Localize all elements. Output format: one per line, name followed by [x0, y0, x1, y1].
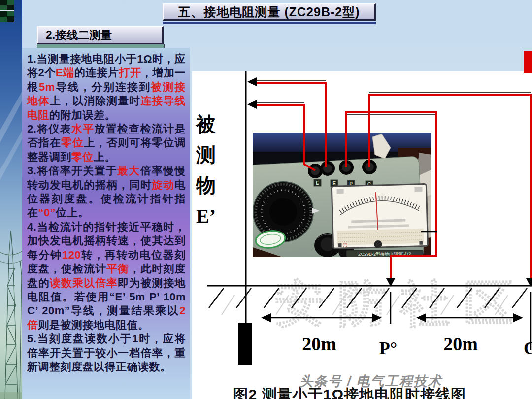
slide-subtitle: 2.接线二测量: [46, 28, 112, 43]
wiring-diagram-area: E E P C: [192, 71, 532, 399]
arrow-to-object-top: [247, 77, 257, 86]
instruction-list: 1.当测量接地电阻小于1Ω时，应将2个E端的连接片打开，增加一根5m导线，分别连…: [27, 52, 186, 374]
object-label-char: 被: [194, 111, 218, 141]
red-edge-decor: [524, 51, 532, 73]
object-label-char: E’: [194, 202, 218, 233]
instruction-paragraph: 2.将仪表水平放置检查检流计是否指在零位上，否则可将零位调整器调到零位上。: [27, 122, 186, 164]
corner-decor-square: [0, 11, 14, 22]
instruction-paragraph: 5.当刻度盘读数小于1时，应将倍率开关置于较小一档倍率，重新调整刻度盘以得正确读…: [27, 332, 186, 374]
slide-subtitle-bar: 2.接线二测量: [37, 26, 164, 44]
slide-title: 五、接地电阻测量 (ZC29B-2型): [178, 4, 360, 20]
instruction-paragraph: 4.当检流计的指针接近平稳时，加快发电机摇柄转速，使其达到每分钟120转，再转动…: [27, 220, 186, 332]
title-underline: [163, 22, 376, 24]
probe-c-label: C: [524, 338, 532, 358]
corner-decor-square: [0, 0, 14, 10]
instruction-paragraph: 1.当测量接地电阻小于1Ω时，应将2个E端的连接片打开，增加一根5m导线，分别连…: [27, 52, 186, 122]
instruction-paragraph: 3.将倍率开关置于最大倍率慢慢转动发电机的摇柄，同时旋动电位器刻度盘。使检流计指…: [27, 164, 186, 220]
wire-shadows: [251, 81, 531, 114]
arrow-to-object-bottom: [247, 100, 257, 109]
pylon-strip-art: [0, 0, 22, 399]
test-electrode: [238, 323, 252, 365]
object-label: 被测物E’: [194, 111, 218, 233]
distance-label-left: 20m: [302, 333, 336, 354]
source-watermark: 头条号 / 电气工程技术: [299, 372, 531, 390]
wire-e1: [251, 105, 315, 170]
ground-watermark-text: 安防社区: [275, 275, 527, 331]
wire-p: [346, 112, 436, 281]
object-label-char: 测: [194, 141, 218, 172]
measuring-wires: [251, 83, 531, 281]
left-photo-strip: [0, 0, 22, 399]
distance-label-right: 20m: [443, 333, 478, 354]
instruction-panel: 1.当测量接地电阻小于1Ω时，应将2个E端的连接片打开，增加一根5m导线，分别连…: [22, 48, 190, 399]
object-label-char: 物: [194, 172, 218, 202]
slide-title-bar: 五、接地电阻测量 (ZC29B-2型): [163, 3, 376, 21]
wire-e2: [251, 83, 326, 167]
probe-p-label: P°: [379, 338, 397, 358]
wiring-diagram: 安防社区: [192, 71, 532, 399]
wire-c: [369, 95, 531, 281]
